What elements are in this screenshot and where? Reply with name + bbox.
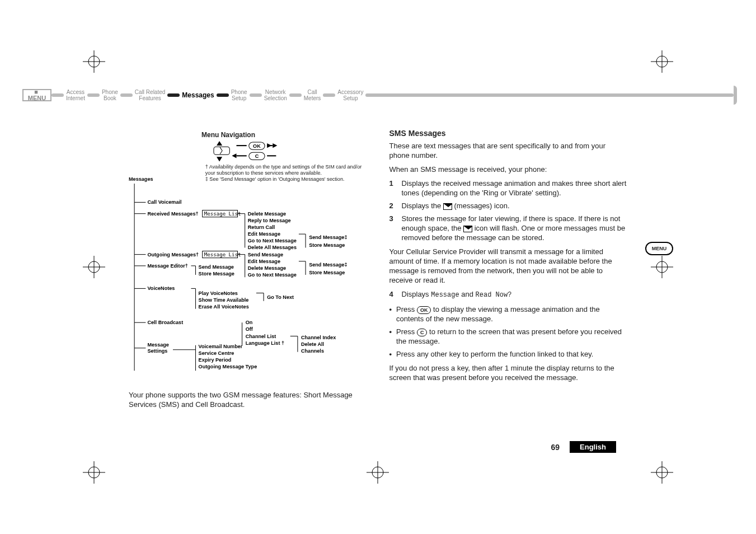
envelope-icon <box>443 203 452 210</box>
svg-text:Channels: Channels <box>301 348 324 354</box>
nav-item-phone-book: PhoneBook <box>100 89 120 101</box>
step-4: 4Displays Message and Read Now? <box>389 289 628 300</box>
svg-text:Service Centre: Service Centre <box>199 350 234 356</box>
svg-text:Message: Message <box>147 342 168 348</box>
page-footer: 69 English <box>551 441 616 453</box>
svg-text:Reply to Message: Reply to Message <box>248 218 291 223</box>
page-number: 69 <box>551 443 560 452</box>
svg-text:Outgoing Message Type: Outgoing Message Type <box>199 364 257 369</box>
nav-item-phone-setup: PhoneSetup <box>229 89 250 101</box>
svg-text:Show Time Available: Show Time Available <box>199 297 249 303</box>
svg-text:Message List: Message List <box>204 211 241 217</box>
left-column: Menu Navigation OK <box>129 129 367 461</box>
svg-text:Message List: Message List <box>204 252 241 257</box>
closing-note: If you do not press a key, then after 1 … <box>389 363 628 382</box>
step-2: 2Displays the (messages) icon. <box>389 201 628 210</box>
svg-text:Channel List: Channel List <box>246 334 276 339</box>
nav-item-call-meters: CallMeters <box>302 89 323 101</box>
svg-text:Voicemail Number: Voicemail Number <box>199 344 243 349</box>
svg-text:Call Voicemail: Call Voicemail <box>147 199 181 205</box>
provider-note: Your Cellular Service Provider will tran… <box>389 247 628 285</box>
svg-text:Received Messages†: Received Messages† <box>147 211 198 217</box>
svg-text:Delete All: Delete All <box>301 341 324 347</box>
nav-item-call-related: Call RelatedFeatures <box>133 89 167 101</box>
crop-mark <box>651 50 673 73</box>
svg-text:Language List †: Language List † <box>246 340 284 346</box>
svg-text:OK: OK <box>253 143 261 149</box>
svg-text:Erase All VoiceNotes: Erase All VoiceNotes <box>199 304 249 310</box>
menu-side-badge: MENU <box>645 242 673 255</box>
nav-item-accessory: AccessorySetup <box>335 89 365 101</box>
bullet-ok: Press OK to display the viewing a messag… <box>389 305 628 324</box>
diagram-title: Menu Navigation <box>201 131 367 139</box>
section-heading: SMS Messages <box>389 129 628 138</box>
svg-text:VoiceNotes: VoiceNotes <box>147 285 175 291</box>
intro-para-2: When an SMS message is received, your ph… <box>389 165 628 174</box>
svg-text:Send Message: Send Message <box>199 264 234 270</box>
svg-rect-21 <box>214 147 229 154</box>
nav-item-access-internet: AccessInternet <box>64 89 87 101</box>
step-3: 3Stores the message for later viewing, i… <box>389 214 628 242</box>
svg-text:Edit Message: Edit Message <box>248 259 280 264</box>
svg-text:Delete Message: Delete Message <box>248 265 286 271</box>
svg-text:Message Editor†: Message Editor† <box>147 263 187 269</box>
svg-text:Send Message: Send Message <box>248 252 283 257</box>
left-caption: Your phone supports the two GSM message … <box>129 390 367 409</box>
svg-text:On: On <box>246 320 253 325</box>
svg-text:Off: Off <box>246 326 253 332</box>
svg-text:Send Message‡: Send Message‡ <box>309 235 347 240</box>
bullet-c: Press C to return to the screen that was… <box>389 327 628 346</box>
tree-root: Messages <box>129 176 153 182</box>
svg-text:Store Message: Store Message <box>309 242 345 248</box>
crop-mark <box>367 461 389 484</box>
menu-breadcrumb: ■MENU AccessInternet PhoneBook Call Rela… <box>22 84 734 106</box>
ok-key-icon: OK <box>417 306 431 314</box>
svg-text:Store Message: Store Message <box>199 271 234 277</box>
crop-mark <box>83 461 105 484</box>
crop-mark <box>651 256 673 278</box>
svg-text:Play VoiceNotes: Play VoiceNotes <box>199 291 238 296</box>
svg-text:Delete All Messages: Delete All Messages <box>248 245 297 250</box>
svg-text:Delete Message: Delete Message <box>248 211 286 217</box>
svg-text:Cell Broadcast: Cell Broadcast <box>147 320 183 325</box>
svg-text:Expiry Period: Expiry Period <box>199 357 232 363</box>
svg-text:C: C <box>255 153 259 159</box>
language-badge: English <box>570 441 616 453</box>
svg-text:Channel Index: Channel Index <box>301 335 336 340</box>
svg-text:Settings: Settings <box>147 348 167 354</box>
svg-text:Outgoing Messages†: Outgoing Messages† <box>147 252 199 257</box>
svg-text:Send Message‡: Send Message‡ <box>309 262 347 268</box>
svg-text:Go to Next Message: Go to Next Message <box>248 238 297 243</box>
crop-mark <box>83 256 105 278</box>
nav-item-messages: Messages <box>180 92 216 99</box>
intro-para-1: These are text messages that are sent sp… <box>389 141 628 160</box>
svg-text:Edit Message: Edit Message <box>248 231 280 237</box>
nav-menu-box: ■MENU <box>22 89 51 101</box>
envelope-icon <box>463 226 472 232</box>
crop-mark <box>651 461 673 484</box>
menu-diagram: OK C † Availability depends on the type … <box>129 141 367 387</box>
right-column: SMS Messages These are text messages tha… <box>389 129 628 461</box>
svg-text:Store Message: Store Message <box>309 270 345 275</box>
c-key-icon: C <box>417 329 428 336</box>
svg-text:Go To Next: Go To Next <box>267 294 294 300</box>
step-1: 1Displays the received message animation… <box>389 179 628 198</box>
svg-text:Return Call: Return Call <box>248 224 275 230</box>
svg-text:Go to Next Message: Go to Next Message <box>248 272 297 278</box>
nav-item-network: NetworkSelection <box>262 89 289 101</box>
bullet-other: Press any other key to perform the funct… <box>389 349 628 359</box>
crop-mark <box>83 50 105 73</box>
